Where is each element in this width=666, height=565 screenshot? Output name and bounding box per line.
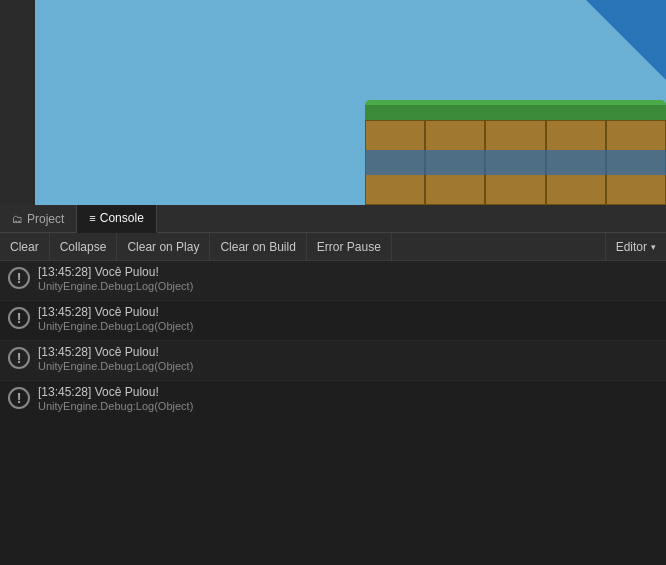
log-source: UnityEngine.Debug:Log(Object) — [38, 360, 193, 372]
error-pause-button[interactable]: Error Pause — [307, 233, 392, 261]
log-warning-icon: ! — [8, 267, 30, 289]
console-panel: ![13:45:28] Você Pulou!UnityEngine.Debug… — [0, 261, 666, 565]
water — [365, 150, 666, 175]
editor-label: Editor — [616, 240, 647, 254]
log-source: UnityEngine.Debug:Log(Object) — [38, 400, 193, 412]
sky-background-left — [35, 0, 365, 205]
tab-bar: 🗂 Project ≡ Console — [0, 205, 666, 233]
log-entry-1[interactable]: ![13:45:28] Você Pulou!UnityEngine.Debug… — [0, 261, 666, 301]
log-warning-icon: ! — [8, 307, 30, 329]
game-viewport — [0, 0, 666, 205]
decorative-arrow — [586, 0, 666, 80]
tab-project-label: Project — [27, 212, 64, 226]
tab-project[interactable]: 🗂 Project — [0, 205, 77, 233]
project-icon: 🗂 — [12, 213, 23, 225]
log-message: [13:45:28] Você Pulou! — [38, 265, 193, 279]
log-text-block: [13:45:28] Você Pulou!UnityEngine.Debug:… — [38, 265, 193, 292]
chevron-down-icon: ▾ — [651, 242, 656, 252]
log-source: UnityEngine.Debug:Log(Object) — [38, 320, 193, 332]
tab-console-label: Console — [100, 211, 144, 225]
editor-dropdown-button[interactable]: Editor ▾ — [605, 233, 666, 261]
log-entry-2[interactable]: ![13:45:28] Você Pulou!UnityEngine.Debug… — [0, 301, 666, 341]
console-icon: ≡ — [89, 212, 95, 224]
log-message: [13:45:28] Você Pulou! — [38, 305, 193, 319]
log-text-block: [13:45:28] Você Pulou!UnityEngine.Debug:… — [38, 385, 193, 412]
log-entry-4[interactable]: ![13:45:28] Você Pulou!UnityEngine.Debug… — [0, 381, 666, 413]
log-source: UnityEngine.Debug:Log(Object) — [38, 280, 193, 292]
log-text-block: [13:45:28] Você Pulou!UnityEngine.Debug:… — [38, 305, 193, 332]
log-text-block: [13:45:28] Você Pulou!UnityEngine.Debug:… — [38, 345, 193, 372]
log-warning-icon: ! — [8, 387, 30, 409]
empty-console-area — [0, 413, 666, 565]
log-message: [13:45:28] Você Pulou! — [38, 345, 193, 359]
log-message: [13:45:28] Você Pulou! — [38, 385, 193, 399]
log-entry-3[interactable]: ![13:45:28] Você Pulou!UnityEngine.Debug… — [0, 341, 666, 381]
log-list: ![13:45:28] Você Pulou!UnityEngine.Debug… — [0, 261, 666, 413]
clear-on-build-button[interactable]: Clear on Build — [210, 233, 306, 261]
log-warning-icon: ! — [8, 347, 30, 369]
clear-on-play-button[interactable]: Clear on Play — [117, 233, 210, 261]
console-toolbar: Clear Collapse Clear on Play Clear on Bu… — [0, 233, 666, 261]
tab-console[interactable]: ≡ Console — [77, 205, 156, 233]
collapse-button[interactable]: Collapse — [50, 233, 118, 261]
clear-button[interactable]: Clear — [0, 233, 50, 261]
